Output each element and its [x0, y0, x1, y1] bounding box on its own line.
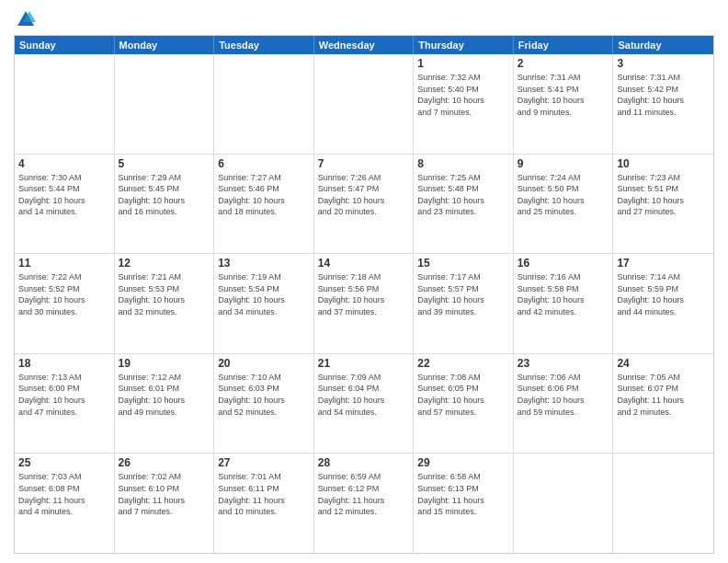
day-number: 9 — [518, 157, 609, 170]
calendar-row: 4Sunrise: 7:30 AMSunset: 5:44 PMDaylight… — [15, 154, 713, 254]
day-number: 27 — [218, 456, 310, 469]
day-number: 3 — [617, 57, 710, 70]
day-info: Sunrise: 7:13 AMSunset: 6:00 PMDaylight:… — [18, 372, 110, 418]
day-info: Sunrise: 7:32 AMSunset: 5:40 PMDaylight:… — [417, 72, 509, 118]
day-info: Sunrise: 7:08 AMSunset: 6:05 PMDaylight:… — [417, 372, 509, 418]
day-number: 17 — [617, 257, 710, 270]
calendar: SundayMondayTuesdayWednesdayThursdayFrid… — [14, 35, 714, 554]
calendar-cell: 6Sunrise: 7:27 AMSunset: 5:46 PMDaylight… — [214, 155, 314, 254]
calendar-cell — [15, 54, 115, 154]
day-info: Sunrise: 7:18 AMSunset: 5:56 PMDaylight:… — [318, 271, 410, 317]
calendar-cell: 18Sunrise: 7:13 AMSunset: 6:00 PMDayligh… — [15, 354, 115, 454]
calendar-cell: 17Sunrise: 7:14 AMSunset: 5:59 PMDayligh… — [613, 254, 713, 353]
day-number: 10 — [617, 157, 710, 170]
calendar-cell: 13Sunrise: 7:19 AMSunset: 5:54 PMDayligh… — [214, 254, 314, 353]
calendar-cell — [514, 454, 614, 553]
calendar-cell: 5Sunrise: 7:29 AMSunset: 5:45 PMDaylight… — [115, 155, 215, 254]
day-info: Sunrise: 7:31 AMSunset: 5:41 PMDaylight:… — [518, 72, 609, 118]
calendar-cell: 22Sunrise: 7:08 AMSunset: 6:05 PMDayligh… — [414, 354, 514, 454]
day-info: Sunrise: 6:59 AMSunset: 6:12 PMDaylight:… — [318, 471, 410, 517]
calendar-row: 25Sunrise: 7:03 AMSunset: 6:08 PMDayligh… — [15, 453, 713, 553]
day-number: 25 — [18, 456, 110, 469]
calendar-cell: 11Sunrise: 7:22 AMSunset: 5:52 PMDayligh… — [15, 254, 115, 353]
calendar-header-cell: Saturday — [613, 36, 713, 54]
day-info: Sunrise: 7:22 AMSunset: 5:52 PMDaylight:… — [18, 271, 110, 317]
calendar-header-cell: Thursday — [414, 36, 514, 54]
day-info: Sunrise: 7:09 AMSunset: 6:04 PMDaylight:… — [318, 372, 410, 418]
calendar-cell: 29Sunrise: 6:58 AMSunset: 6:13 PMDayligh… — [414, 454, 514, 553]
calendar-row: 18Sunrise: 7:13 AMSunset: 6:00 PMDayligh… — [15, 353, 713, 454]
day-number: 26 — [119, 456, 210, 469]
day-number: 1 — [417, 57, 509, 70]
day-number: 2 — [518, 57, 609, 70]
day-info: Sunrise: 7:27 AMSunset: 5:46 PMDaylight:… — [218, 172, 310, 218]
day-info: Sunrise: 7:19 AMSunset: 5:54 PMDaylight:… — [218, 271, 310, 317]
page: SundayMondayTuesdayWednesdayThursdayFrid… — [0, 0, 728, 563]
calendar-cell: 27Sunrise: 7:01 AMSunset: 6:11 PMDayligh… — [214, 454, 314, 553]
calendar-cell: 4Sunrise: 7:30 AMSunset: 5:44 PMDaylight… — [15, 155, 115, 254]
calendar-cell — [214, 54, 314, 154]
day-info: Sunrise: 7:06 AMSunset: 6:06 PMDaylight:… — [518, 372, 609, 418]
calendar-cell — [613, 454, 713, 553]
calendar-header: SundayMondayTuesdayWednesdayThursdayFrid… — [15, 36, 713, 54]
calendar-row: 1Sunrise: 7:32 AMSunset: 5:40 PMDaylight… — [15, 54, 713, 154]
day-number: 28 — [318, 456, 410, 469]
calendar-cell: 9Sunrise: 7:24 AMSunset: 5:50 PMDaylight… — [514, 155, 614, 254]
day-number: 22 — [417, 357, 509, 370]
day-number: 29 — [417, 456, 509, 469]
calendar-header-cell: Monday — [115, 36, 215, 54]
day-info: Sunrise: 7:03 AMSunset: 6:08 PMDaylight:… — [18, 471, 110, 517]
day-info: Sunrise: 7:02 AMSunset: 6:10 PMDaylight:… — [119, 471, 210, 517]
day-number: 19 — [119, 357, 210, 370]
day-number: 20 — [218, 357, 310, 370]
calendar-cell: 7Sunrise: 7:26 AMSunset: 5:47 PMDaylight… — [314, 155, 415, 254]
day-info: Sunrise: 7:14 AMSunset: 5:59 PMDaylight:… — [617, 271, 710, 317]
calendar-cell: 20Sunrise: 7:10 AMSunset: 6:03 PMDayligh… — [214, 354, 314, 454]
calendar-cell: 3Sunrise: 7:31 AMSunset: 5:42 PMDaylight… — [613, 54, 713, 154]
calendar-body: 1Sunrise: 7:32 AMSunset: 5:40 PMDaylight… — [15, 54, 713, 553]
calendar-cell: 23Sunrise: 7:06 AMSunset: 6:06 PMDayligh… — [514, 354, 614, 454]
day-info: Sunrise: 7:05 AMSunset: 6:07 PMDaylight:… — [617, 372, 710, 418]
day-info: Sunrise: 7:17 AMSunset: 5:57 PMDaylight:… — [417, 271, 509, 317]
calendar-row: 11Sunrise: 7:22 AMSunset: 5:52 PMDayligh… — [15, 253, 713, 353]
day-info: Sunrise: 7:10 AMSunset: 6:03 PMDaylight:… — [218, 372, 310, 418]
day-info: Sunrise: 7:25 AMSunset: 5:48 PMDaylight:… — [417, 172, 509, 218]
calendar-header-cell: Wednesday — [314, 36, 415, 54]
calendar-cell: 16Sunrise: 7:16 AMSunset: 5:58 PMDayligh… — [514, 254, 614, 353]
calendar-cell: 19Sunrise: 7:12 AMSunset: 6:01 PMDayligh… — [115, 354, 215, 454]
day-number: 12 — [119, 257, 210, 270]
day-number: 14 — [318, 257, 410, 270]
day-info: Sunrise: 7:12 AMSunset: 6:01 PMDaylight:… — [119, 372, 210, 418]
day-number: 24 — [617, 357, 710, 370]
calendar-cell: 12Sunrise: 7:21 AMSunset: 5:53 PMDayligh… — [115, 254, 215, 353]
day-number: 6 — [218, 157, 310, 170]
day-info: Sunrise: 7:21 AMSunset: 5:53 PMDaylight:… — [119, 271, 210, 317]
day-number: 15 — [417, 257, 509, 270]
calendar-cell: 21Sunrise: 7:09 AMSunset: 6:04 PMDayligh… — [314, 354, 415, 454]
day-info: Sunrise: 7:24 AMSunset: 5:50 PMDaylight:… — [518, 172, 609, 218]
day-info: Sunrise: 7:16 AMSunset: 5:58 PMDaylight:… — [518, 271, 609, 317]
day-number: 5 — [119, 157, 210, 170]
day-number: 18 — [18, 357, 110, 370]
header — [14, 9, 714, 29]
calendar-cell: 2Sunrise: 7:31 AMSunset: 5:41 PMDaylight… — [514, 54, 614, 154]
calendar-cell: 15Sunrise: 7:17 AMSunset: 5:57 PMDayligh… — [414, 254, 514, 353]
day-info: Sunrise: 7:29 AMSunset: 5:45 PMDaylight:… — [119, 172, 210, 218]
day-number: 11 — [18, 257, 110, 270]
day-info: Sunrise: 7:26 AMSunset: 5:47 PMDaylight:… — [318, 172, 410, 218]
calendar-cell: 28Sunrise: 6:59 AMSunset: 6:12 PMDayligh… — [314, 454, 415, 553]
calendar-header-cell: Tuesday — [214, 36, 314, 54]
day-number: 16 — [518, 257, 609, 270]
calendar-cell: 25Sunrise: 7:03 AMSunset: 6:08 PMDayligh… — [15, 454, 115, 553]
day-info: Sunrise: 7:30 AMSunset: 5:44 PMDaylight:… — [18, 172, 110, 218]
day-number: 7 — [318, 157, 410, 170]
calendar-cell: 24Sunrise: 7:05 AMSunset: 6:07 PMDayligh… — [613, 354, 713, 454]
logo-icon — [16, 9, 36, 29]
logo — [14, 9, 36, 29]
day-info: Sunrise: 7:31 AMSunset: 5:42 PMDaylight:… — [617, 72, 710, 118]
day-number: 4 — [18, 157, 110, 170]
calendar-cell — [115, 54, 215, 154]
calendar-cell: 1Sunrise: 7:32 AMSunset: 5:40 PMDaylight… — [414, 54, 514, 154]
calendar-cell: 14Sunrise: 7:18 AMSunset: 5:56 PMDayligh… — [314, 254, 415, 353]
day-info: Sunrise: 6:58 AMSunset: 6:13 PMDaylight:… — [417, 471, 509, 517]
